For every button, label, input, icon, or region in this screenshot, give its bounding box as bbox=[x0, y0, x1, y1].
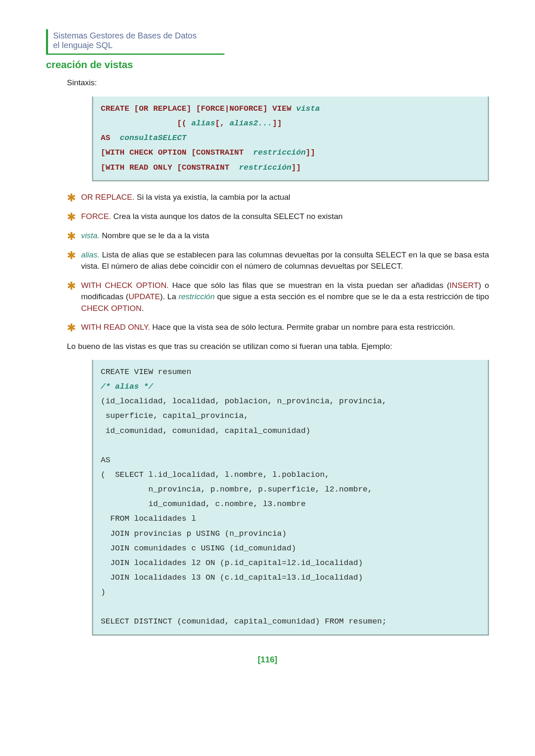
header-line-2: el lenguaje SQL bbox=[53, 41, 224, 50]
asterisk-icon: ✱ bbox=[67, 192, 81, 203]
asterisk-icon: ✱ bbox=[67, 322, 81, 333]
header-line-1: Sistemas Gestores de Bases de Datos bbox=[53, 31, 224, 41]
asterisk-icon: ✱ bbox=[67, 280, 81, 291]
body-paragraph-1: Lo bueno de las vistas es que tras su cr… bbox=[67, 341, 489, 352]
bullet-text: alias. Lista de alias que se establecen … bbox=[81, 249, 489, 272]
asterisk-icon: ✱ bbox=[67, 231, 81, 242]
section-title: creación de vistas bbox=[46, 59, 489, 71]
bullet-list: ✱OR REPLACE. Si la vista ya existía, la … bbox=[67, 191, 489, 333]
bullet-item: ✱FORCE. Crea la vista aunque los datos d… bbox=[67, 211, 489, 222]
bullet-text: OR REPLACE. Si la vista ya existía, la c… bbox=[81, 191, 489, 203]
page-container: Sistemas Gestores de Bases de Datos el l… bbox=[0, 0, 535, 690]
asterisk-icon: ✱ bbox=[67, 250, 81, 261]
syntax-codeblock: CREATE [OR REPLACE] [FORCE|NOFORCE] VIEW… bbox=[92, 97, 489, 181]
bullet-item: ✱WITH READ ONLY. Hace que la vista sea d… bbox=[67, 321, 489, 333]
bullet-text: WITH READ ONLY. Hace que la vista sea de… bbox=[81, 321, 489, 333]
bullet-item: ✱alias. Lista de alias que se establecen… bbox=[67, 249, 489, 272]
syntax-label: Sintaxis: bbox=[67, 78, 489, 87]
bullet-item: ✱vista. Nombre que se le da a la vista bbox=[67, 230, 489, 242]
example-codeblock: CREATE VIEW resumen /* alias */ (id_loca… bbox=[92, 360, 489, 636]
asterisk-icon: ✱ bbox=[67, 211, 81, 222]
bullet-item: ✱WITH CHECK OPTION. Hace que sólo las fi… bbox=[67, 280, 489, 314]
page-number: [116] bbox=[46, 655, 489, 664]
bullet-text: FORCE. Crea la vista aunque los datos de… bbox=[81, 211, 489, 222]
bullet-text: WITH CHECK OPTION. Hace que sólo las fil… bbox=[81, 280, 489, 314]
header-box: Sistemas Gestores de Bases de Datos el l… bbox=[46, 29, 224, 55]
bullet-item: ✱OR REPLACE. Si la vista ya existía, la … bbox=[67, 191, 489, 203]
body-indent: Sintaxis: CREATE [OR REPLACE] [FORCE|NOF… bbox=[67, 78, 489, 636]
bullet-text: vista. Nombre que se le da a la vista bbox=[81, 230, 489, 242]
